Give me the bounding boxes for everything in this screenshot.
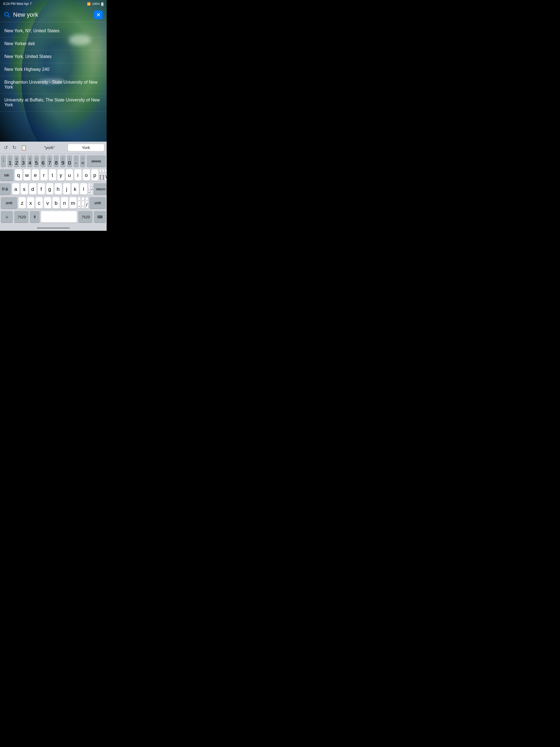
key-h[interactable]: h <box>55 183 62 195</box>
clipboard-button[interactable]: 📋 <box>19 144 28 152</box>
key-quote[interactable]: "' <box>91 183 93 195</box>
key-bracket-close[interactable]: }] <box>103 169 104 181</box>
home-indicator <box>0 225 107 231</box>
autocomplete-bar: ↺ ↻ 📋 "york" York <box>0 141 107 154</box>
key-k[interactable]: k <box>72 183 79 195</box>
zxcv-row: shift z x c v b n m <, >. ?/ shift <box>1 197 106 209</box>
search-area <box>0 10 107 19</box>
home-bar <box>37 228 70 229</box>
qwerty-row-1: tab q w e r t y u i o p {[ }] |\ <box>1 169 106 181</box>
number-row: ~` !1 @2 #3 $4 %5 ^6 &7 *8 (9 )0 −- += d… <box>1 155 106 167</box>
delete-key[interactable]: delete <box>87 155 106 167</box>
key-p[interactable]: p <box>91 169 98 181</box>
key-period[interactable]: >. <box>82 197 84 209</box>
nums-key[interactable]: .?123 <box>14 211 28 223</box>
key-j[interactable]: j <box>63 183 70 195</box>
suggestion-divider <box>104 145 104 150</box>
key-e[interactable]: e <box>32 169 39 181</box>
key-3[interactable]: #3 <box>21 155 26 167</box>
key-m[interactable]: m <box>70 197 77 209</box>
undo-button[interactable]: ↺ <box>2 144 9 152</box>
key-l[interactable]: l <box>80 183 87 195</box>
search-input[interactable] <box>13 11 91 18</box>
key-slash[interactable]: ?/ <box>85 197 88 209</box>
key-t[interactable]: t <box>49 169 56 181</box>
key-bracket-open[interactable]: {[ <box>100 169 101 181</box>
microphone-key[interactable]: 🎙 <box>30 211 40 223</box>
key-f[interactable]: f <box>38 183 45 195</box>
key-5[interactable]: %5 <box>34 155 39 167</box>
result-item[interactable]: University at Buffalo, The State Univers… <box>0 94 107 111</box>
battery-icon: 100% <box>92 2 100 5</box>
key-d[interactable]: d <box>29 183 36 195</box>
key-v[interactable]: v <box>44 197 51 209</box>
search-clear-button[interactable] <box>94 10 103 19</box>
key-1[interactable]: !1 <box>7 155 12 167</box>
key-0[interactable]: )0 <box>67 155 72 167</box>
search-divider <box>0 22 107 22</box>
key-tilde[interactable]: ~` <box>1 155 6 167</box>
key-9[interactable]: (9 <box>60 155 65 167</box>
key-n[interactable]: n <box>61 197 68 209</box>
autocomplete-suggestions: "york" York <box>31 144 104 151</box>
status-indicators: 📶 100% ▓ <box>87 2 103 6</box>
key-minus[interactable]: −- <box>74 155 79 167</box>
nums-key-right[interactable]: .?123 <box>78 211 93 223</box>
key-6[interactable]: ^6 <box>41 155 46 167</box>
key-4[interactable]: $4 <box>27 155 32 167</box>
space-key[interactable] <box>41 211 77 223</box>
key-i[interactable]: i <box>74 169 81 181</box>
key-semicolon[interactable]: :; <box>88 183 90 195</box>
key-c[interactable]: c <box>35 197 43 209</box>
bottom-row: ☺ .?123 🎙 .?123 ⌨ <box>1 211 106 223</box>
undo-redo-group: ↺ ↻ 📋 <box>2 144 28 152</box>
shift-right-key[interactable]: shift <box>90 197 106 209</box>
result-item[interactable]: New York, United States <box>0 50 107 63</box>
svg-point-2 <box>5 12 8 16</box>
wifi-icon: 📶 <box>87 2 91 6</box>
asdf-row: 한글 a s d f g h j k l :; "' return <box>1 183 106 195</box>
result-item[interactable]: New Yorker deli <box>0 37 107 50</box>
results-list: New York, NY, United States New Yorker d… <box>0 25 107 111</box>
key-s[interactable]: s <box>21 183 28 195</box>
return-key[interactable]: return <box>94 183 107 195</box>
key-7[interactable]: &7 <box>47 155 52 167</box>
keyboard-hide-key[interactable]: ⌨ <box>94 211 106 223</box>
key-w[interactable]: w <box>24 169 31 181</box>
key-z[interactable]: z <box>19 197 26 209</box>
keyboard: ↺ ↻ 📋 "york" York ~` !1 @2 #3 $4 %5 ^6 &… <box>0 141 107 231</box>
search-icon <box>4 11 10 18</box>
key-comma[interactable]: <, <box>78 197 80 209</box>
shift-key[interactable]: shift <box>1 197 17 209</box>
key-b[interactable]: b <box>52 197 59 209</box>
status-bar: 6:24 PM Wed Apr 7 📶 100% ▓ <box>0 0 107 8</box>
tab-key[interactable]: tab <box>0 169 14 181</box>
key-u[interactable]: u <box>66 169 73 181</box>
result-item[interactable]: New York Highway 240 <box>0 63 107 76</box>
key-y[interactable]: y <box>57 169 65 181</box>
redo-button[interactable]: ↻ <box>11 144 18 152</box>
suggestion-2[interactable]: York <box>68 144 104 151</box>
key-g[interactable]: g <box>46 183 53 195</box>
keyboard-rows: ~` !1 @2 #3 $4 %5 ^6 &7 *8 (9 )0 −- += d… <box>0 154 107 225</box>
emoji-key[interactable]: ☺ <box>1 211 13 223</box>
key-q[interactable]: q <box>15 169 22 181</box>
suggestion-1[interactable]: "york" <box>31 144 68 151</box>
key-plus[interactable]: += <box>80 155 85 167</box>
key-2[interactable]: @2 <box>14 155 19 167</box>
svg-line-3 <box>8 16 10 18</box>
key-a[interactable]: a <box>12 183 19 195</box>
key-o[interactable]: o <box>83 169 90 181</box>
key-backslash[interactable]: |\ <box>105 169 107 181</box>
result-item[interactable]: New York, NY, United States <box>0 25 107 37</box>
key-8[interactable]: *8 <box>54 155 59 167</box>
key-x[interactable]: x <box>27 197 34 209</box>
battery-visual: ▓ <box>101 2 103 5</box>
hangul-key[interactable]: 한글 <box>0 183 11 195</box>
key-r[interactable]: r <box>41 169 48 181</box>
status-time: 6:24 PM Wed Apr 7 <box>3 2 32 6</box>
result-item[interactable]: Binghamton University - State University… <box>0 76 107 94</box>
